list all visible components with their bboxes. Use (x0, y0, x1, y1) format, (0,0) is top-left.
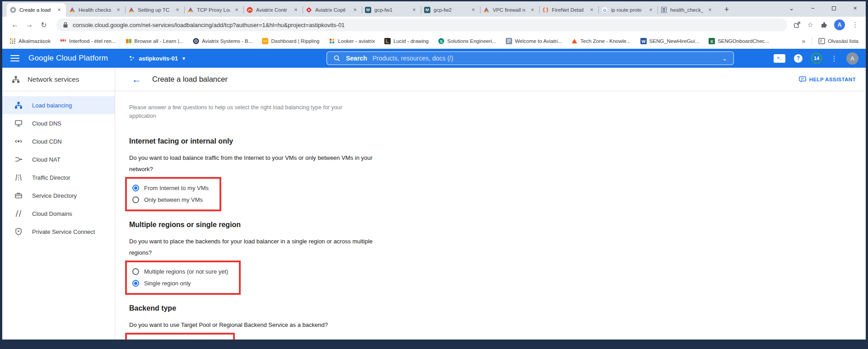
bookmark-seng-newhiregui[interactable]: WSENG_NewHireGui... (640, 38, 700, 44)
tab-close-icon[interactable]: × (470, 6, 477, 14)
gcp-logo[interactable]: Google Cloud Platform (28, 54, 108, 63)
tab-ip-route-proto[interactable]: Gip route proto× (598, 3, 658, 17)
forward-icon[interactable]: → (23, 21, 36, 29)
bookmark-welcome-to-aviatri[interactable]: Welcome to Aviatri... (506, 38, 562, 44)
bookmark-tech-zone-knowle[interactable]: Tech Zone - Knowle... (571, 38, 630, 44)
address-input[interactable]: console.cloud.google.com/net-services/lo… (56, 19, 787, 31)
sidebar-item-private-service-connect[interactable]: Private Service Connect (2, 223, 115, 241)
reload-icon[interactable]: ↻ (37, 21, 50, 29)
url-text[interactable]: console.cloud.google.com/net-services/lo… (73, 22, 345, 28)
back-icon[interactable]: ← (9, 21, 21, 29)
tab-tcp-proxy-loa[interactable]: TCP Proxy Loa× (184, 3, 243, 17)
tab-close-icon[interactable]: × (115, 6, 122, 14)
back-arrow-icon[interactable]: ← (132, 74, 141, 84)
sidebar-item-cloud-dns[interactable]: Cloud DNS (2, 114, 115, 132)
tab-create-a-load[interactable]: Create a load× (7, 3, 66, 17)
bookmark-sengonboardchec[interactable]: XSENGOnboardChec... (709, 38, 769, 44)
sidebar-item-label: Service Directory (32, 192, 77, 199)
bookmark-star-icon[interactable]: ☆ (807, 21, 813, 29)
bookmark-alkalmaz-sok[interactable]: Alkalmazások (9, 38, 51, 44)
radio-option-only-between-my-vms[interactable]: Only between my VMs (132, 194, 209, 206)
browser-menu-kebab-icon[interactable]: ⋮ (852, 21, 859, 29)
search-input[interactable]: Search Products, resources, docs (/) ⌄ (327, 51, 734, 65)
new-tab-button[interactable]: + (720, 4, 733, 16)
sidebar-item-traffic-director[interactable]: Traffic Director (2, 168, 115, 186)
looker-icon (329, 38, 335, 44)
help-icon[interactable]: ? (794, 54, 803, 63)
bookmark-aviatrix-systems-b[interactable]: Aviatrix Systems - B... (193, 38, 252, 44)
tab-close-icon[interactable]: × (706, 6, 714, 14)
bookmark-label: SENG_NewHireGui... (649, 38, 700, 44)
share-icon[interactable] (793, 21, 801, 28)
radio-option-multiple-regions-or-not-sure-yet[interactable]: Multiple regions (or not sure yet) (132, 266, 228, 278)
tab-close-icon[interactable]: × (351, 6, 359, 14)
gcp-menu-kebab-icon[interactable]: ⋮ (831, 54, 838, 63)
browser-profile-avatar[interactable]: A (834, 19, 845, 30)
excel-icon: X (709, 38, 715, 44)
radio-option-from-internet-to-my-vms[interactable]: From Internet to my VMs (132, 182, 209, 194)
word-icon: W (640, 38, 647, 44)
radio-selected-icon[interactable] (132, 280, 139, 287)
sidebar-item-label: Cloud Domains (32, 210, 72, 217)
gcp-account-avatar[interactable]: A (846, 52, 859, 65)
sidebar-item-cloud-nat[interactable]: Cloud NAT (2, 150, 115, 168)
bookmark-browse-all-learn[interactable]: Browse all - Learn |... (126, 38, 183, 44)
bookmark-lucid-drawing[interactable]: Lucid - drawing (384, 38, 429, 44)
radio-unselected-icon[interactable] (132, 268, 139, 275)
bookmark-label: Browse all - Learn |... (135, 38, 183, 44)
hamburger-menu-icon[interactable] (10, 55, 19, 61)
free-trial-days-badge[interactable]: 14 (811, 53, 822, 64)
cloud-shell-icon[interactable]: >_ (774, 54, 785, 63)
tab-close-icon[interactable]: × (588, 6, 595, 14)
tab-aviatrix-copil[interactable]: Aviatrix Copil× (303, 3, 362, 17)
cloud-dns-icon (14, 119, 23, 127)
reading-list-button[interactable]: Olvasási lista (818, 38, 859, 44)
tab-aviatrix-contr[interactable]: Aviatrix Contr× (243, 3, 303, 17)
extensions-puzzle-icon[interactable] (820, 21, 827, 28)
tab-close-icon[interactable]: × (529, 6, 536, 14)
tab-health-check[interactable]: health_check_× (658, 3, 717, 17)
bookmark-label: Alkalmazások (19, 38, 51, 44)
tab-vpc-firewall-n[interactable]: VPC firewall n× (480, 3, 539, 17)
radio-unselected-icon[interactable] (132, 196, 139, 203)
tab-setting-up-tc[interactable]: Setting up TC× (125, 3, 184, 17)
radio-selected-icon[interactable] (132, 185, 139, 191)
tab-close-icon[interactable]: × (647, 6, 654, 14)
radio-option-backend-service[interactable]: Backend Service? (132, 338, 222, 340)
bookmark-label: Welcome to Aviatri... (515, 38, 562, 44)
bookmark-solutions-engineeri[interactable]: SSolutions Engineeri... (438, 38, 496, 44)
search-chevron-down-icon[interactable]: ⌄ (722, 55, 727, 62)
window-minimize-icon[interactable]: − (802, 1, 823, 16)
bookmark-dashboard-rippling[interactable]: Dashboard | Rippling (262, 38, 319, 44)
tab-title: VPC firewall n (493, 7, 526, 13)
window-menu-chevron-icon[interactable]: ⌄ (781, 1, 802, 16)
tab-health-checks[interactable]: Health checks× (66, 3, 125, 17)
tab-close-icon[interactable]: × (233, 6, 240, 14)
radio-option-single-region-only[interactable]: Single region only (132, 278, 228, 289)
tab-close-icon[interactable]: × (292, 6, 299, 14)
browser-window: Create a load×Health checks×Setting up T… (2, 1, 866, 340)
window-restore-icon[interactable] (823, 1, 845, 16)
tab-close-icon[interactable]: × (411, 6, 418, 14)
tab-gcp-fw2[interactable]: gcp-fw2× (421, 3, 480, 17)
service-header: Network services (2, 68, 115, 91)
tab-firenet-detail[interactable]: FireNet Detail× (539, 3, 598, 17)
bookmark-label: Aviatrix Systems - B... (202, 38, 252, 44)
project-icon (129, 55, 135, 61)
sidebar-item-cloud-cdn[interactable]: Cloud CDN (2, 132, 115, 150)
tab-gcp-fw1[interactable]: gcp-fw1× (362, 3, 421, 17)
help-assistant-button[interactable]: HELP ASSISTANT (799, 76, 856, 83)
bookmark-label: Solutions Engineeri... (447, 38, 496, 44)
tab-close-icon[interactable]: × (174, 6, 181, 14)
lock-icon[interactable] (63, 22, 68, 28)
project-selector[interactable]: astipkovits-01 ▼ (129, 55, 186, 62)
window-close-icon[interactable]: × (845, 1, 866, 16)
bookmarks-overflow-icon[interactable]: » (802, 37, 805, 45)
sidebar-item-service-directory[interactable]: Service Directory (2, 186, 115, 205)
tab-close-icon[interactable]: × (56, 6, 63, 14)
sidebar-item-label: Cloud CDN (32, 138, 62, 145)
sidebar-item-load-balancing[interactable]: Load balancing (2, 96, 115, 114)
bookmark-looker-aviatrix[interactable]: Looker - aviatrix (329, 38, 375, 44)
sidebar-item-cloud-domains[interactable]: Cloud Domains (2, 205, 115, 223)
bookmark-interfood-tel-ren[interactable]: Interfood - étel ren... (60, 38, 116, 44)
